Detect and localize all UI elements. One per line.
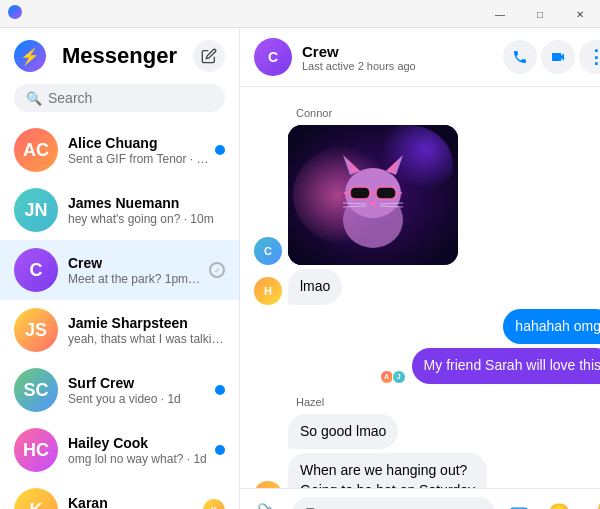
reaction-avatar-2: J — [392, 370, 406, 384]
cat-image-bubble — [288, 125, 458, 265]
message-row-cat-image: C — [254, 125, 600, 265]
contact-item-surf[interactable]: SC Surf Crew Sent you a video · 1d — [0, 360, 239, 420]
avatar-alice: AC — [14, 128, 58, 172]
like-button[interactable]: 👍 — [583, 497, 600, 509]
message-row-hahahah: hahahah omg — [254, 309, 600, 345]
message-row-sogood: So good lmao — [254, 414, 600, 450]
contact-preview-jamie: yeah, thats what I was talking a... · 4h — [68, 332, 225, 346]
messenger-app-icon: ⚡ — [14, 40, 46, 72]
attach-button[interactable]: 📎 — [252, 497, 284, 509]
chat-header-info: Crew Last active 2 hours ago — [302, 43, 503, 72]
contact-info-karan: Karan heh no · 1d — [68, 495, 199, 510]
contact-item-hailey[interactable]: HC Hailey Cook omg lol no way what? · 1d — [0, 420, 239, 480]
sidebar-header: ⚡ Messenger — [0, 28, 239, 80]
avatar-james: JN — [14, 188, 58, 232]
avatar-surf: SC — [14, 368, 58, 412]
message-row-lmao: H lmao — [254, 269, 600, 305]
bubble-hangout: When are we hanging out?Going to be hot … — [288, 453, 487, 488]
contact-name-hailey: Hailey Cook — [68, 435, 209, 451]
contact-item-james[interactable]: JN James Nuemann hey what's going on? · … — [0, 180, 239, 240]
chat-name: Crew — [302, 43, 503, 60]
messages-area: Connor C — [240, 87, 600, 488]
contact-info-hailey: Hailey Cook omg lol no way what? · 1d — [68, 435, 209, 466]
contact-info-james: James Nuemann hey what's going on? · 10m — [68, 195, 225, 226]
chat-header-actions: ⋮ — [503, 40, 600, 74]
sender-label-hazel: Hazel — [254, 396, 600, 408]
avatar-hailey: HC — [14, 428, 58, 472]
message-input-area: 📎 GIF 😊 👍 — [240, 488, 600, 509]
read-indicator-crew: ✓ — [209, 262, 225, 278]
bubble-sogood: So good lmao — [288, 414, 398, 450]
close-button[interactable]: ✕ — [560, 0, 600, 28]
contact-name-surf: Surf Crew — [68, 375, 209, 391]
window-controls: — □ ✕ — [480, 0, 600, 28]
contact-preview-hailey: omg lol no way what? · 1d — [68, 452, 209, 466]
phone-call-button[interactable] — [503, 40, 537, 74]
message-row-sarah: My friend Sarah will love this A J — [254, 348, 600, 384]
contact-name-james: James Nuemann — [68, 195, 225, 211]
contact-info-alice: Alice Chuang Sent a GIF from Tenor · Now — [68, 135, 209, 166]
sidebar: ⚡ Messenger 🔍 AC Alice Chuang Sent a GIF… — [0, 28, 240, 509]
svg-rect-10 — [376, 187, 396, 199]
karan-reaction-avatar: K — [203, 499, 225, 509]
sidebar-action-buttons — [193, 40, 225, 72]
contact-preview-alice: Sent a GIF from Tenor · Now — [68, 152, 209, 166]
contact-info-surf: Surf Crew Sent you a video · 1d — [68, 375, 209, 406]
contact-name-karan: Karan — [68, 495, 199, 510]
message-row-hangout: H When are we hanging out?Going to be ho… — [254, 453, 600, 488]
bubble-sarah: My friend Sarah will love this — [412, 348, 600, 384]
msg-avatar-hazel-1: H — [254, 277, 282, 305]
video-call-button[interactable] — [541, 40, 575, 74]
contact-preview-surf: Sent you a video · 1d — [68, 392, 209, 406]
contact-item-jamie[interactable]: JS Jamie Sharpsteen yeah, thats what I w… — [0, 300, 239, 360]
chat-area: C Crew Last active 2 hours ago ⋮ Connor — [240, 28, 600, 509]
sidebar-title: Messenger — [62, 43, 177, 69]
search-input[interactable] — [48, 90, 223, 106]
msg-avatar-connor: C — [254, 237, 282, 265]
more-options-button[interactable]: ⋮ — [579, 40, 600, 74]
avatar-jamie: JS — [14, 308, 58, 352]
gif-button[interactable]: GIF — [503, 497, 535, 509]
main-container: ⚡ Messenger 🔍 AC Alice Chuang Sent a GIF… — [0, 28, 600, 509]
window-titlebar: — □ ✕ — [0, 0, 600, 28]
chat-status: Last active 2 hours ago — [302, 60, 503, 72]
avatar-crew: C — [14, 248, 58, 292]
chat-header: C Crew Last active 2 hours ago ⋮ — [240, 28, 600, 87]
emoji-button[interactable]: 😊 — [543, 497, 575, 509]
message-input[interactable] — [292, 497, 495, 509]
contact-preview-james: hey what's going on? · 10m — [68, 212, 225, 226]
contact-name-jamie: Jamie Sharpsteen — [68, 315, 225, 331]
bubble-hahahah: hahahah omg — [503, 309, 600, 345]
contact-item-alice[interactable]: AC Alice Chuang Sent a GIF from Tenor · … — [0, 120, 239, 180]
unread-indicator-alice — [215, 145, 225, 155]
reaction-avatars: A J — [382, 370, 406, 384]
app-logo-icon — [8, 5, 22, 19]
svg-point-14 — [370, 201, 376, 205]
bubble-lmao: lmao — [288, 269, 342, 305]
unread-indicator-surf — [215, 385, 225, 395]
contact-info-jamie: Jamie Sharpsteen yeah, thats what I was … — [68, 315, 225, 346]
sender-label-connor: Connor — [254, 107, 600, 119]
search-bar: 🔍 — [14, 84, 225, 112]
minimize-button[interactable]: — — [480, 0, 520, 28]
contact-name-alice: Alice Chuang — [68, 135, 209, 151]
msg-avatar-hazel-2: H — [254, 481, 282, 488]
svg-rect-9 — [350, 187, 370, 199]
unread-indicator-hailey — [215, 445, 225, 455]
compose-button[interactable] — [193, 40, 225, 72]
contact-item-karan[interactable]: K Karan heh no · 1d K — [0, 480, 239, 509]
maximize-button[interactable]: □ — [520, 0, 560, 28]
reaction-container: A J — [382, 370, 406, 384]
contact-preview-crew: Meet at the park? 1pm? · 14m — [68, 272, 203, 286]
search-icon: 🔍 — [26, 91, 42, 106]
chat-header-avatar: C — [254, 38, 292, 76]
app-logo-area — [0, 5, 22, 23]
contact-list: AC Alice Chuang Sent a GIF from Tenor · … — [0, 120, 239, 509]
cat-image — [288, 125, 458, 265]
contact-info-crew: Crew Meet at the park? 1pm? · 14m — [68, 255, 203, 286]
contact-item-crew[interactable]: C Crew Meet at the park? 1pm? · 14m ✓ — [0, 240, 239, 300]
avatar-karan: K — [14, 488, 58, 509]
contact-name-crew: Crew — [68, 255, 203, 271]
